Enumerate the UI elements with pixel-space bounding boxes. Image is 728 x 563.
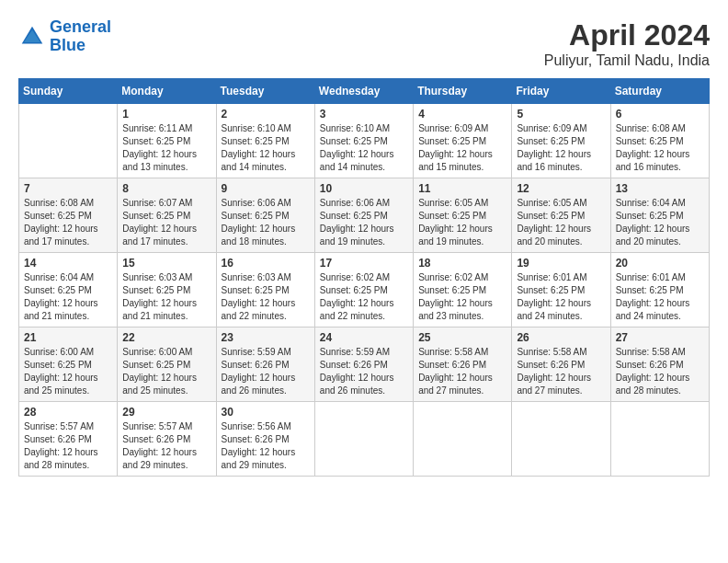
calendar-day-cell: 7 Sunrise: 6:08 AMSunset: 6:25 PMDayligh… bbox=[19, 178, 118, 253]
calendar-day-cell: 20 Sunrise: 6:01 AMSunset: 6:25 PMDaylig… bbox=[610, 253, 709, 327]
day-info: Sunrise: 6:03 AMSunset: 6:25 PMDaylight:… bbox=[122, 272, 197, 321]
day-info: Sunrise: 6:06 AMSunset: 6:25 PMDaylight:… bbox=[320, 198, 394, 247]
day-number: 16 bbox=[222, 257, 310, 270]
day-number: 13 bbox=[616, 182, 704, 195]
day-number: 19 bbox=[517, 257, 605, 270]
logo-icon bbox=[18, 23, 46, 51]
day-number: 11 bbox=[418, 182, 506, 195]
calendar-week-row: 21 Sunrise: 6:00 AMSunset: 6:25 PMDaylig… bbox=[19, 327, 710, 402]
page-header: General Blue April 2024 Puliyur, Tamil N… bbox=[18, 18, 710, 69]
day-number: 17 bbox=[320, 257, 408, 270]
day-number: 24 bbox=[320, 331, 408, 344]
day-number: 18 bbox=[418, 257, 506, 270]
calendar-day-cell: 15 Sunrise: 6:03 AMSunset: 6:25 PMDaylig… bbox=[118, 253, 216, 327]
header-day: Thursday bbox=[414, 79, 512, 104]
day-number: 6 bbox=[616, 108, 704, 121]
calendar-day-cell: 8 Sunrise: 6:07 AMSunset: 6:25 PMDayligh… bbox=[118, 178, 216, 253]
day-number: 25 bbox=[418, 331, 506, 344]
calendar-day-cell: 11 Sunrise: 6:05 AMSunset: 6:25 PMDaylig… bbox=[414, 178, 512, 253]
calendar-table: SundayMondayTuesdayWednesdayThursdayFrid… bbox=[18, 78, 710, 477]
calendar-day-cell: 25 Sunrise: 5:58 AMSunset: 6:26 PMDaylig… bbox=[414, 327, 512, 402]
calendar-header: SundayMondayTuesdayWednesdayThursdayFrid… bbox=[19, 79, 710, 104]
day-info: Sunrise: 5:59 AMSunset: 6:26 PMDaylight:… bbox=[320, 347, 394, 396]
calendar-day-cell: 24 Sunrise: 5:59 AMSunset: 6:26 PMDaylig… bbox=[314, 327, 413, 402]
day-info: Sunrise: 6:00 AMSunset: 6:25 PMDaylight:… bbox=[122, 347, 197, 396]
day-info: Sunrise: 6:11 AMSunset: 6:25 PMDaylight:… bbox=[122, 123, 197, 172]
calendar-day-cell: 23 Sunrise: 5:59 AMSunset: 6:26 PMDaylig… bbox=[216, 327, 314, 402]
logo: General Blue bbox=[18, 18, 111, 55]
day-number: 2 bbox=[222, 108, 310, 121]
page-subtitle: Puliyur, Tamil Nadu, India bbox=[544, 52, 710, 69]
header-row: SundayMondayTuesdayWednesdayThursdayFrid… bbox=[19, 79, 710, 104]
calendar-day-cell: 1 Sunrise: 6:11 AMSunset: 6:25 PMDayligh… bbox=[118, 104, 216, 178]
day-info: Sunrise: 6:08 AMSunset: 6:25 PMDaylight:… bbox=[616, 123, 690, 172]
day-info: Sunrise: 5:58 AMSunset: 6:26 PMDaylight:… bbox=[418, 347, 493, 396]
calendar-day-cell: 12 Sunrise: 6:05 AMSunset: 6:25 PMDaylig… bbox=[512, 178, 610, 253]
header-day: Monday bbox=[118, 79, 216, 104]
day-number: 4 bbox=[418, 108, 506, 121]
calendar-day-cell: 4 Sunrise: 6:09 AMSunset: 6:25 PMDayligh… bbox=[414, 104, 512, 178]
calendar-day-cell: 9 Sunrise: 6:06 AMSunset: 6:25 PMDayligh… bbox=[216, 178, 314, 253]
calendar-day-cell: 29 Sunrise: 5:57 AMSunset: 6:26 PMDaylig… bbox=[118, 402, 216, 477]
calendar-day-cell: 5 Sunrise: 6:09 AMSunset: 6:25 PMDayligh… bbox=[512, 104, 610, 178]
header-day: Tuesday bbox=[216, 79, 314, 104]
header-day: Sunday bbox=[19, 79, 118, 104]
calendar-day-cell: 27 Sunrise: 5:58 AMSunset: 6:26 PMDaylig… bbox=[610, 327, 709, 402]
day-info: Sunrise: 5:58 AMSunset: 6:26 PMDaylight:… bbox=[517, 347, 591, 396]
day-number: 30 bbox=[222, 406, 310, 419]
calendar-day-cell: 28 Sunrise: 5:57 AMSunset: 6:26 PMDaylig… bbox=[19, 402, 118, 477]
calendar-body: 1 Sunrise: 6:11 AMSunset: 6:25 PMDayligh… bbox=[19, 104, 710, 477]
calendar-day-cell: 19 Sunrise: 6:01 AMSunset: 6:25 PMDaylig… bbox=[512, 253, 610, 327]
calendar-day-cell: 18 Sunrise: 6:02 AMSunset: 6:25 PMDaylig… bbox=[414, 253, 512, 327]
logo-line2: Blue bbox=[50, 36, 85, 54]
day-number: 26 bbox=[517, 331, 605, 344]
calendar-day-cell: 10 Sunrise: 6:06 AMSunset: 6:25 PMDaylig… bbox=[314, 178, 413, 253]
calendar-day-cell: 2 Sunrise: 6:10 AMSunset: 6:25 PMDayligh… bbox=[216, 104, 314, 178]
day-info: Sunrise: 6:10 AMSunset: 6:25 PMDaylight:… bbox=[320, 123, 394, 172]
day-info: Sunrise: 6:01 AMSunset: 6:25 PMDaylight:… bbox=[517, 272, 591, 321]
calendar-week-row: 7 Sunrise: 6:08 AMSunset: 6:25 PMDayligh… bbox=[19, 178, 710, 253]
calendar-day-cell bbox=[512, 402, 610, 477]
day-number: 28 bbox=[24, 406, 112, 419]
day-info: Sunrise: 6:04 AMSunset: 6:25 PMDaylight:… bbox=[24, 272, 98, 321]
day-number: 3 bbox=[320, 108, 408, 121]
day-info: Sunrise: 6:09 AMSunset: 6:25 PMDaylight:… bbox=[418, 123, 493, 172]
calendar-day-cell bbox=[19, 104, 118, 178]
header-day: Saturday bbox=[610, 79, 709, 104]
day-info: Sunrise: 5:57 AMSunset: 6:26 PMDaylight:… bbox=[122, 421, 197, 470]
day-info: Sunrise: 6:10 AMSunset: 6:25 PMDaylight:… bbox=[222, 123, 296, 172]
day-number: 8 bbox=[122, 182, 210, 195]
calendar-day-cell bbox=[414, 402, 512, 477]
calendar-day-cell bbox=[610, 402, 709, 477]
calendar-day-cell: 16 Sunrise: 6:03 AMSunset: 6:25 PMDaylig… bbox=[216, 253, 314, 327]
day-number: 12 bbox=[517, 182, 605, 195]
calendar-day-cell: 3 Sunrise: 6:10 AMSunset: 6:25 PMDayligh… bbox=[314, 104, 413, 178]
calendar-day-cell: 14 Sunrise: 6:04 AMSunset: 6:25 PMDaylig… bbox=[19, 253, 118, 327]
calendar-week-row: 1 Sunrise: 6:11 AMSunset: 6:25 PMDayligh… bbox=[19, 104, 710, 178]
day-info: Sunrise: 6:05 AMSunset: 6:25 PMDaylight:… bbox=[517, 198, 591, 247]
calendar-day-cell: 13 Sunrise: 6:04 AMSunset: 6:25 PMDaylig… bbox=[610, 178, 709, 253]
day-number: 5 bbox=[517, 108, 605, 121]
day-info: Sunrise: 5:59 AMSunset: 6:26 PMDaylight:… bbox=[222, 347, 296, 396]
day-info: Sunrise: 6:04 AMSunset: 6:25 PMDaylight:… bbox=[616, 198, 690, 247]
day-number: 20 bbox=[616, 257, 704, 270]
day-number: 29 bbox=[122, 406, 210, 419]
day-info: Sunrise: 6:03 AMSunset: 6:25 PMDaylight:… bbox=[222, 272, 296, 321]
day-info: Sunrise: 5:58 AMSunset: 6:26 PMDaylight:… bbox=[616, 347, 690, 396]
header-day: Wednesday bbox=[314, 79, 413, 104]
day-info: Sunrise: 6:06 AMSunset: 6:25 PMDaylight:… bbox=[222, 198, 296, 247]
day-info: Sunrise: 6:01 AMSunset: 6:25 PMDaylight:… bbox=[616, 272, 690, 321]
day-number: 14 bbox=[24, 257, 112, 270]
day-info: Sunrise: 5:57 AMSunset: 6:26 PMDaylight:… bbox=[24, 421, 98, 470]
calendar-day-cell: 6 Sunrise: 6:08 AMSunset: 6:25 PMDayligh… bbox=[610, 104, 709, 178]
logo-line1: General bbox=[50, 17, 111, 36]
calendar-day-cell bbox=[314, 402, 413, 477]
day-number: 27 bbox=[616, 331, 704, 344]
page-title: April 2024 bbox=[544, 18, 710, 52]
header-day: Friday bbox=[512, 79, 610, 104]
title-block: April 2024 Puliyur, Tamil Nadu, India bbox=[544, 18, 710, 69]
day-number: 10 bbox=[320, 182, 408, 195]
calendar-day-cell: 21 Sunrise: 6:00 AMSunset: 6:25 PMDaylig… bbox=[19, 327, 118, 402]
calendar-day-cell: 30 Sunrise: 5:56 AMSunset: 6:26 PMDaylig… bbox=[216, 402, 314, 477]
day-number: 7 bbox=[24, 182, 112, 195]
